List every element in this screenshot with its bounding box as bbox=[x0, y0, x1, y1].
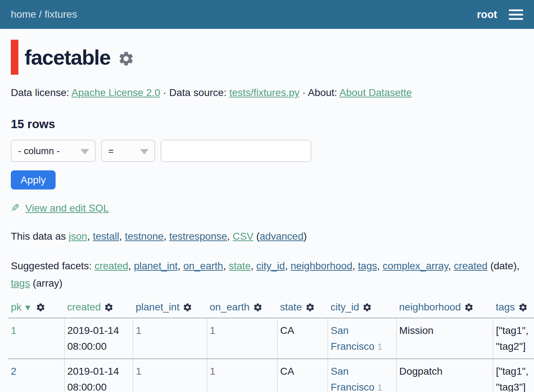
pencil-icon: ✎ bbox=[11, 202, 19, 214]
city-raw-id: 1 bbox=[377, 342, 382, 352]
column-header-created-link[interactable]: created bbox=[67, 301, 101, 313]
column-gear-icon[interactable] bbox=[183, 302, 192, 312]
pk-link[interactable]: 1 bbox=[11, 325, 17, 336]
city-raw-id: 1 bbox=[377, 383, 382, 392]
city-link[interactable]: San Francisco bbox=[331, 325, 375, 352]
export-link-testall[interactable]: testall bbox=[93, 231, 119, 242]
license-link[interactable]: Apache License 2.0 bbox=[71, 87, 160, 98]
column-header-planet-int-link[interactable]: planet_int bbox=[136, 301, 179, 313]
page-title: facetable bbox=[25, 45, 110, 69]
breadcrumb-table-link[interactable]: fixtures bbox=[44, 9, 77, 20]
breadcrumb-separator: / bbox=[39, 9, 42, 20]
column-gear-icon[interactable] bbox=[464, 302, 474, 312]
cell-state: CA bbox=[277, 318, 328, 359]
breadcrumb-home-link[interactable]: home bbox=[11, 9, 36, 20]
cell-on-earth: 1 bbox=[207, 318, 277, 359]
cell-tags: ["tag1", "tag2"] bbox=[493, 318, 534, 359]
facet-link-tags-array[interactable]: tags bbox=[11, 278, 30, 289]
suggested-facets: Suggested facets: created, planet_int, o… bbox=[11, 257, 523, 292]
column-gear-icon[interactable] bbox=[305, 302, 315, 312]
cell-city-id: San Francisco1 bbox=[328, 359, 396, 392]
table-row: 2 2019-01-14 08:00:00 1 1 CA San Francis… bbox=[8, 359, 534, 392]
accent-bar bbox=[11, 40, 18, 75]
column-header-tags-link[interactable]: tags bbox=[496, 301, 515, 313]
column-gear-icon[interactable] bbox=[253, 302, 263, 312]
facet-link-complex-array[interactable]: complex_array bbox=[383, 260, 448, 271]
column-header-city-id: city_id bbox=[328, 301, 396, 318]
column-header-on-earth: on_earth bbox=[207, 301, 277, 318]
facet-link-planet-int[interactable]: planet_int bbox=[134, 260, 178, 271]
filter-value-input[interactable] bbox=[161, 140, 311, 162]
column-gear-icon[interactable] bbox=[36, 302, 45, 312]
breadcrumb: home / fixtures bbox=[11, 9, 77, 20]
user-menu-root[interactable]: root bbox=[477, 9, 497, 21]
op-select-wrap: = bbox=[101, 140, 155, 162]
column-header-state: state bbox=[277, 301, 328, 318]
column-gear-icon[interactable] bbox=[518, 302, 528, 312]
column-header-created: created bbox=[64, 301, 133, 318]
cell-pk: 2 bbox=[8, 359, 64, 392]
cell-created: 2019-01-14 08:00:00 bbox=[64, 359, 133, 392]
city-link[interactable]: San Francisco bbox=[331, 366, 375, 392]
row-count: 15 rows bbox=[11, 117, 523, 131]
column-gear-icon[interactable] bbox=[104, 302, 114, 312]
filter-form: - column - = bbox=[11, 140, 523, 162]
cell-planet-int: 1 bbox=[133, 318, 207, 359]
export-prefix: This data as bbox=[11, 231, 66, 242]
facet-link-city-id[interactable]: city_id bbox=[256, 260, 285, 271]
facet-link-created[interactable]: created bbox=[95, 260, 128, 271]
cell-city-id: San Francisco1 bbox=[328, 318, 396, 359]
cell-on-earth: 1 bbox=[207, 359, 277, 392]
table-row: 1 2019-01-14 08:00:00 1 1 CA San Francis… bbox=[8, 318, 534, 359]
top-nav: home / fixtures root bbox=[0, 0, 534, 29]
facet-link-state[interactable]: state bbox=[229, 260, 251, 271]
export-line: This data as json, testall, testnone, te… bbox=[11, 231, 523, 242]
filter-column-select[interactable]: - column - bbox=[11, 140, 96, 162]
apply-button[interactable]: Apply bbox=[11, 170, 56, 190]
column-gear-icon[interactable] bbox=[362, 302, 372, 312]
page-title-row: facetable bbox=[11, 40, 523, 75]
column-header-city-id-link[interactable]: city_id bbox=[331, 301, 359, 313]
cell-state: CA bbox=[277, 359, 328, 392]
advanced-close-paren: ) bbox=[303, 231, 307, 242]
hamburger-menu-icon[interactable] bbox=[509, 8, 523, 21]
facet-link-on-earth[interactable]: on_earth bbox=[183, 260, 223, 271]
metadata-line: Data license: Apache License 2.0 · Data … bbox=[11, 87, 523, 99]
column-header-tags: tags bbox=[493, 301, 534, 318]
facet-suffix-array: (array) bbox=[33, 278, 62, 289]
column-select-wrap: - column - bbox=[11, 140, 96, 162]
meta-separator: · bbox=[302, 87, 306, 98]
about-link[interactable]: About Datasette bbox=[340, 87, 412, 98]
cell-planet-int: 1 bbox=[133, 359, 207, 392]
facet-suffix-date: (date) bbox=[490, 260, 517, 271]
export-link-testresponse[interactable]: testresponse bbox=[169, 231, 227, 242]
advanced-open-paren: ( bbox=[256, 231, 259, 242]
facet-link-neighborhood[interactable]: neighborhood bbox=[290, 260, 352, 271]
filter-op-select[interactable]: = bbox=[101, 140, 155, 162]
facet-link-created-date[interactable]: created bbox=[454, 260, 487, 271]
about-label: About: bbox=[308, 87, 337, 98]
meta-separator: · bbox=[163, 87, 166, 98]
export-link-advanced[interactable]: advanced bbox=[260, 231, 303, 242]
table-settings-gear-icon[interactable] bbox=[118, 50, 135, 67]
cell-neighborhood: Mission bbox=[396, 318, 493, 359]
export-link-json[interactable]: json bbox=[69, 231, 87, 242]
column-header-pk-link[interactable]: pk bbox=[11, 301, 22, 313]
column-header-neighborhood-link[interactable]: neighborhood bbox=[399, 301, 461, 313]
facets-prefix: Suggested facets: bbox=[11, 260, 92, 271]
header-row: pk▼ created planet_int on_earth state ci… bbox=[8, 301, 534, 318]
facet-link-tags[interactable]: tags bbox=[358, 260, 377, 271]
view-edit-sql-link[interactable]: View and edit SQL bbox=[25, 202, 109, 214]
cell-neighborhood: Dogpatch bbox=[396, 359, 493, 392]
export-link-testnone[interactable]: testnone bbox=[125, 231, 163, 242]
pk-link[interactable]: 2 bbox=[11, 366, 17, 377]
cell-pk: 1 bbox=[8, 318, 64, 359]
column-header-pk: pk▼ bbox=[8, 301, 64, 318]
column-header-state-link[interactable]: state bbox=[280, 301, 302, 313]
cell-created: 2019-01-14 08:00:00 bbox=[64, 318, 133, 359]
export-link-csv[interactable]: CSV bbox=[233, 231, 254, 242]
column-header-neighborhood: neighborhood bbox=[396, 301, 493, 318]
column-header-planet-int: planet_int bbox=[133, 301, 207, 318]
column-header-on-earth-link[interactable]: on_earth bbox=[210, 301, 250, 313]
source-link[interactable]: tests/fixtures.py bbox=[229, 87, 300, 98]
